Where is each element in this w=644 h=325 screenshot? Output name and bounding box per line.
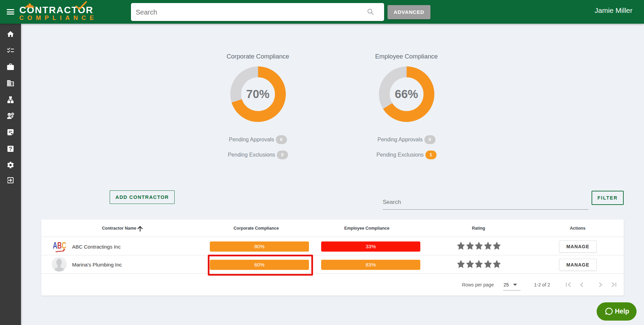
- svg-text:COMPLIANCE: COMPLIANCE: [19, 15, 94, 21]
- svg-text:?: ?: [9, 146, 12, 152]
